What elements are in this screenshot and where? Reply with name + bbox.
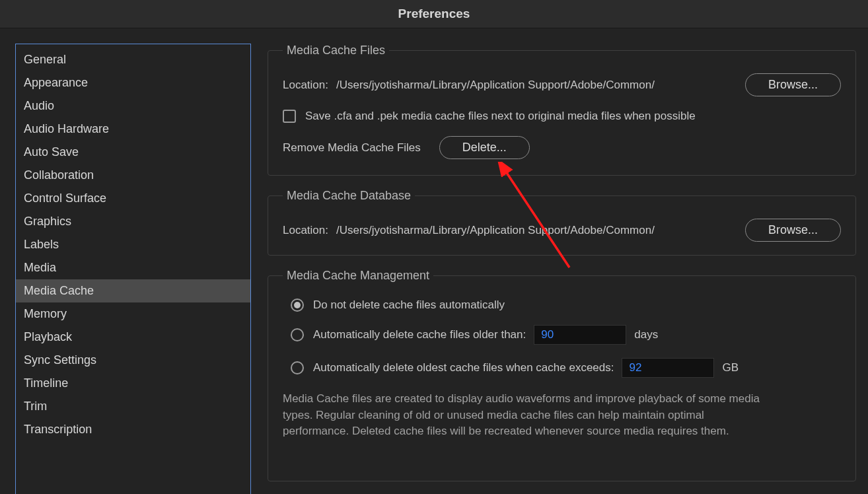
db-location-label: Location: xyxy=(283,224,328,237)
radio-do-not-delete[interactable] xyxy=(291,299,304,312)
sidebar-item-media[interactable]: Media xyxy=(16,256,250,279)
preferences-sidebar: GeneralAppearanceAudioAudio HardwareAuto… xyxy=(15,44,251,494)
browse-cache-files-button[interactable]: Browse... xyxy=(745,73,841,96)
sidebar-item-memory[interactable]: Memory xyxy=(16,302,250,326)
cache-db-path: /Users/jyotisharma/Library/Application S… xyxy=(336,224,655,237)
media-cache-database-group: Media Cache Database Location: /Users/jy… xyxy=(268,189,856,256)
sidebar-item-audio[interactable]: Audio xyxy=(16,94,250,118)
sidebar-item-timeline[interactable]: Timeline xyxy=(16,372,250,395)
location-label: Location: xyxy=(283,79,328,92)
cache-db-location-row: Location: /Users/jyotisharma/Library/App… xyxy=(283,219,841,242)
sidebar-item-audio-hardware[interactable]: Audio Hardware xyxy=(16,118,250,141)
sidebar-item-media-cache[interactable]: Media Cache xyxy=(16,279,250,302)
sidebar-item-auto-save[interactable]: Auto Save xyxy=(16,141,250,164)
sidebar-item-graphics[interactable]: Graphics xyxy=(16,210,250,233)
save-cfa-pek-label: Save .cfa and .pek media cache files nex… xyxy=(305,110,696,123)
sidebar-item-labels[interactable]: Labels xyxy=(16,233,250,256)
browse-cache-db-button[interactable]: Browse... xyxy=(745,219,841,242)
radio-older-than[interactable] xyxy=(291,328,304,341)
older-than-unit: days xyxy=(634,328,658,341)
media-cache-management-group: Media Cache Management Do not delete cac… xyxy=(268,269,856,481)
radio-exceeds-label: Automatically delete oldest cache files … xyxy=(313,361,614,374)
main-panel: Media Cache Files Location: /Users/jyoti… xyxy=(251,44,856,494)
save-cfa-pek-row: Save .cfa and .pek media cache files nex… xyxy=(283,110,841,123)
cache-files-location-row: Location: /Users/jyotisharma/Library/App… xyxy=(283,73,841,96)
exceeds-unit: GB xyxy=(722,361,739,374)
sidebar-item-appearance[interactable]: Appearance xyxy=(16,71,250,94)
media-cache-database-legend: Media Cache Database xyxy=(283,189,415,203)
radio-exceeds[interactable] xyxy=(291,361,304,374)
sidebar-item-control-surface[interactable]: Control Surface xyxy=(16,187,250,210)
cache-management-description: Media Cache files are created to display… xyxy=(283,391,765,440)
content-area: GeneralAppearanceAudioAudio HardwareAuto… xyxy=(0,28,868,494)
sidebar-item-general[interactable]: General xyxy=(16,48,250,71)
opt-none-row: Do not delete cache files automatically xyxy=(291,299,841,312)
sidebar-item-trim[interactable]: Trim xyxy=(16,395,250,418)
cache-files-path: /Users/jyotisharma/Library/Application S… xyxy=(336,79,655,92)
sidebar-item-playback[interactable]: Playback xyxy=(16,326,250,349)
sidebar-item-sync-settings[interactable]: Sync Settings xyxy=(16,349,250,372)
sidebar-item-collaboration[interactable]: Collaboration xyxy=(16,164,250,187)
window-title: Preferences xyxy=(0,0,868,28)
sidebar-item-transcription[interactable]: Transcription xyxy=(16,418,250,441)
opt-older-row: Automatically delete cache files older t… xyxy=(291,325,841,345)
exceeds-gb-input[interactable] xyxy=(622,358,714,378)
save-cfa-pek-checkbox[interactable] xyxy=(283,110,296,123)
radio-older-than-label: Automatically delete cache files older t… xyxy=(313,328,526,341)
media-cache-management-legend: Media Cache Management xyxy=(283,269,433,283)
opt-exceeds-row: Automatically delete oldest cache files … xyxy=(291,358,841,378)
delete-cache-button[interactable]: Delete... xyxy=(439,136,530,159)
media-cache-files-legend: Media Cache Files xyxy=(283,44,389,57)
remove-cache-label: Remove Media Cache Files xyxy=(283,141,421,155)
older-than-days-input[interactable] xyxy=(534,325,626,345)
media-cache-files-group: Media Cache Files Location: /Users/jyoti… xyxy=(268,44,856,176)
radio-do-not-delete-label: Do not delete cache files automatically xyxy=(313,299,505,312)
remove-cache-row: Remove Media Cache Files Delete... xyxy=(283,136,841,159)
